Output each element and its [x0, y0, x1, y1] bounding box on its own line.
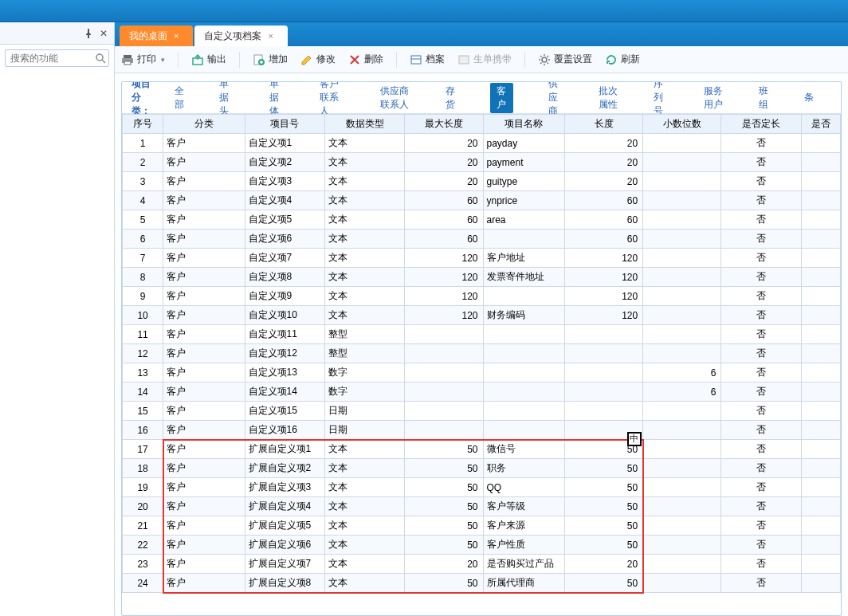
table-row[interactable]: 8客户自定义项8文本120发票寄件地址120否	[123, 268, 841, 287]
cell[interactable]	[643, 516, 721, 536]
cell[interactable]: 文本	[324, 306, 404, 325]
cell[interactable]: area	[483, 210, 564, 230]
cell[interactable]	[643, 230, 721, 249]
col-header[interactable]: 长度	[564, 115, 642, 134]
cell[interactable]: 扩展自定义项2	[245, 459, 324, 478]
cell[interactable]: 60	[564, 230, 642, 249]
cell[interactable]: 20	[564, 134, 642, 153]
cell[interactable]: 自定义项1	[245, 134, 324, 153]
cell[interactable]: 否	[721, 421, 801, 440]
cell[interactable]	[801, 306, 840, 325]
edit-button[interactable]: 修改	[300, 53, 336, 66]
cell[interactable]: 否	[721, 191, 801, 210]
cell[interactable]: 自定义项6	[245, 230, 324, 249]
filter-单据体[interactable]: 单据体	[269, 81, 285, 118]
cell[interactable]	[483, 325, 564, 344]
cell[interactable]: 客户	[163, 516, 245, 536]
delete-button[interactable]: 删除	[348, 53, 383, 66]
cell[interactable]: 自定义项15	[245, 402, 324, 421]
table-row[interactable]: 5客户自定义项5文本60area60否	[123, 210, 841, 230]
cell[interactable]	[643, 402, 721, 421]
table-row[interactable]: 21客户扩展自定义项5文本50客户来源50否	[123, 516, 841, 536]
cell[interactable]: 24	[123, 574, 163, 593]
cell[interactable]: 20	[405, 555, 483, 574]
cell[interactable]	[801, 172, 840, 191]
cell[interactable]	[643, 268, 721, 287]
cell[interactable]: 文本	[324, 497, 404, 516]
cell[interactable]: 客户	[163, 536, 245, 555]
cell[interactable]: 自定义项10	[245, 306, 324, 325]
cell[interactable]: 文本	[324, 249, 404, 268]
cell[interactable]	[801, 153, 840, 172]
cell[interactable]: 50	[405, 459, 483, 478]
table-row[interactable]: 19客户扩展自定义项3文本50QQ50否	[123, 478, 841, 497]
cell[interactable]: 自定义项2	[245, 153, 324, 172]
col-header[interactable]: 最大长度	[405, 115, 483, 134]
cell[interactable]: 120	[564, 268, 642, 287]
cell[interactable]: 否	[721, 383, 801, 402]
cell[interactable]: 否	[721, 249, 801, 268]
cell[interactable]: 扩展自定义项6	[245, 536, 324, 555]
cell[interactable]: 22	[123, 536, 163, 555]
table-row[interactable]: 1客户自定义项1文本20payday20否	[123, 134, 841, 153]
cell[interactable]	[564, 383, 642, 402]
col-header[interactable]: 项目号	[245, 115, 324, 134]
cell[interactable]: 120	[405, 249, 483, 268]
cell[interactable]	[801, 383, 840, 402]
filter-单据头[interactable]: 单据头	[219, 81, 234, 118]
cell[interactable]: 扩展自定义项7	[245, 555, 324, 574]
cell[interactable]: 10	[123, 306, 163, 325]
cell[interactable]: 60	[405, 191, 483, 210]
filter-全部[interactable]: 全部	[175, 84, 185, 112]
cell[interactable]: 6	[643, 383, 721, 402]
cell[interactable]: 职务	[483, 459, 564, 478]
table-row[interactable]: 10客户自定义项10文本120财务编码120否	[123, 306, 841, 325]
cell[interactable]	[643, 555, 721, 574]
cell[interactable]: 客户	[163, 230, 245, 249]
cell[interactable]	[801, 363, 840, 383]
cell[interactable]: 扩展自定义项4	[245, 497, 324, 516]
cell[interactable]: 否	[721, 325, 801, 344]
cell[interactable]: 否	[721, 536, 801, 555]
cell[interactable]	[801, 325, 840, 344]
cell[interactable]: 否	[721, 478, 801, 497]
cell[interactable]: 文本	[324, 172, 404, 191]
cell[interactable]	[801, 536, 840, 555]
cell[interactable]: 客户	[163, 172, 245, 191]
sidebar-close-icon[interactable]: ✕	[100, 28, 108, 39]
cell[interactable]: 4	[123, 191, 163, 210]
table-row[interactable]: 6客户自定义项6文本6060否	[123, 230, 841, 249]
cell[interactable]	[643, 459, 721, 478]
col-header[interactable]: 是否	[801, 115, 840, 134]
table-row[interactable]: 14客户自定义项14数字6否	[123, 383, 841, 402]
cell[interactable]: 自定义项16	[245, 421, 324, 440]
cell[interactable]	[643, 574, 721, 593]
cell[interactable]: 客户性质	[483, 536, 564, 555]
cell[interactable]: ynprice	[483, 191, 564, 210]
filter-客户联系人[interactable]: 客户联系人	[320, 81, 345, 118]
cell[interactable]: 客户来源	[483, 516, 564, 536]
cell[interactable]	[564, 363, 642, 383]
cell[interactable]: 自定义项4	[245, 191, 324, 210]
table-row[interactable]: 23客户扩展自定义项7文本20是否购买过产品20否	[123, 555, 841, 574]
search-input[interactable]	[5, 49, 109, 67]
cell[interactable]	[405, 421, 483, 440]
cell[interactable]: 20	[405, 153, 483, 172]
cell[interactable]: 50	[564, 478, 642, 497]
cell[interactable]: 日期	[324, 421, 404, 440]
cell[interactable]: 否	[721, 172, 801, 191]
cell[interactable]: 文本	[324, 191, 404, 210]
cell[interactable]: 发票寄件地址	[483, 268, 564, 287]
cell[interactable]: 文本	[324, 268, 404, 287]
cell[interactable]: 17	[123, 440, 163, 459]
cell[interactable]: 自定义项14	[245, 383, 324, 402]
cell[interactable]	[801, 287, 840, 306]
tab-我的桌面[interactable]: 我的桌面×	[120, 26, 193, 46]
cell[interactable]	[643, 153, 721, 172]
data-grid[interactable]: 序号分类项目号数据类型最大长度项目名称长度小数位数是否定长是否 1客户自定义项1…	[122, 114, 841, 615]
col-header[interactable]: 项目名称	[483, 115, 564, 134]
cell[interactable]	[643, 210, 721, 230]
cell[interactable]	[405, 383, 483, 402]
table-row[interactable]: 22客户扩展自定义项6文本50客户性质50否	[123, 536, 841, 555]
cell[interactable]: 自定义项7	[245, 249, 324, 268]
